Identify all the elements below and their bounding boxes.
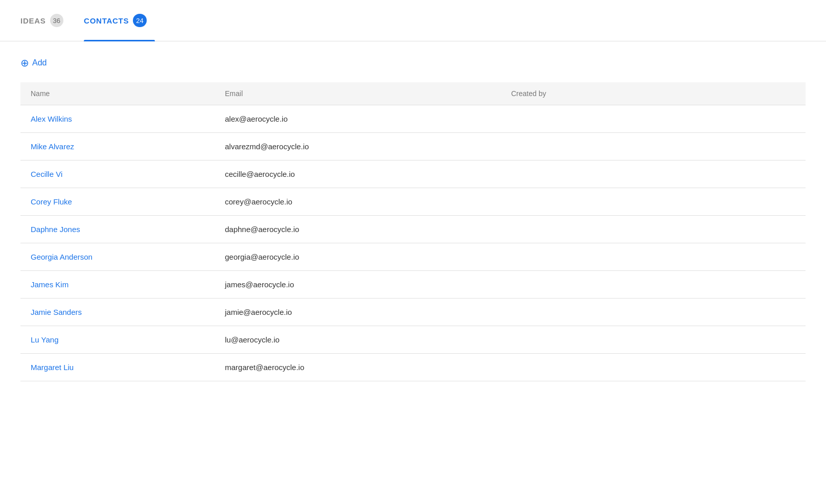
contacts-table: Name Email Created by Alex Wilkinsalex@a…	[20, 82, 806, 381]
contact-email-cell: margaret@aerocycle.io	[215, 354, 501, 381]
table-row: Lu Yanglu@aerocycle.io	[20, 326, 806, 354]
table-header-row: Name Email Created by	[20, 82, 806, 105]
contact-email-cell: corey@aerocycle.io	[215, 188, 501, 216]
table-row: Alex Wilkinsalex@aerocycle.io	[20, 105, 806, 133]
contact-name-cell[interactable]: Daphne Jones	[20, 216, 215, 243]
contact-email-cell: cecille@aerocycle.io	[215, 161, 501, 188]
tab-ideas-badge: 36	[50, 14, 63, 27]
table-row: Cecille Vicecille@aerocycle.io	[20, 161, 806, 188]
contact-created-by-cell	[501, 188, 806, 216]
contact-name-cell[interactable]: Cecille Vi	[20, 161, 215, 188]
column-header-created-by: Created by	[501, 82, 806, 105]
contact-created-by-cell	[501, 271, 806, 299]
table-row: Jamie Sandersjamie@aerocycle.io	[20, 299, 806, 326]
tab-contacts-badge: 24	[133, 14, 146, 27]
table-row: James Kimjames@aerocycle.io	[20, 271, 806, 299]
contact-name-cell[interactable]: Margaret Liu	[20, 354, 215, 381]
contact-created-by-cell	[501, 133, 806, 161]
contact-name-cell[interactable]: Mike Alvarez	[20, 133, 215, 161]
contact-name-cell[interactable]: Alex Wilkins	[20, 105, 215, 133]
contact-email-cell: alvarezmd@aerocycle.io	[215, 133, 501, 161]
contact-email-cell: lu@aerocycle.io	[215, 326, 501, 354]
contact-created-by-cell	[501, 216, 806, 243]
contact-created-by-cell	[501, 105, 806, 133]
add-button-label: Add	[32, 58, 47, 67]
contact-email-cell: georgia@aerocycle.io	[215, 243, 501, 271]
table-row: Daphne Jonesdaphne@aerocycle.io	[20, 216, 806, 243]
contact-name-cell[interactable]: James Kim	[20, 271, 215, 299]
tab-ideas-label: IDEAS	[20, 16, 46, 25]
contact-created-by-cell	[501, 326, 806, 354]
column-header-name: Name	[20, 82, 215, 105]
contact-created-by-cell	[501, 354, 806, 381]
contact-created-by-cell	[501, 161, 806, 188]
column-header-email: Email	[215, 82, 501, 105]
contact-email-cell: daphne@aerocycle.io	[215, 216, 501, 243]
tab-bar: IDEAS 36 CONTACTS 24	[0, 0, 826, 41]
tab-contacts[interactable]: CONTACTS 24	[84, 0, 155, 41]
table-row: Corey Flukecorey@aerocycle.io	[20, 188, 806, 216]
tab-ideas[interactable]: IDEAS 36	[20, 0, 72, 41]
tab-contacts-label: CONTACTS	[84, 16, 129, 25]
contact-email-cell: jamie@aerocycle.io	[215, 299, 501, 326]
table-row: Mike Alvarezalvarezmd@aerocycle.io	[20, 133, 806, 161]
contact-email-cell: james@aerocycle.io	[215, 271, 501, 299]
contact-name-cell[interactable]: Lu Yang	[20, 326, 215, 354]
add-contact-button[interactable]: ⊕ Add	[20, 58, 47, 68]
contact-name-cell[interactable]: Jamie Sanders	[20, 299, 215, 326]
contact-name-cell[interactable]: Georgia Anderson	[20, 243, 215, 271]
main-content: ⊕ Add Name Email Created by Alex Wilkins…	[0, 41, 826, 398]
contact-email-cell: alex@aerocycle.io	[215, 105, 501, 133]
table-row: Georgia Andersongeorgia@aerocycle.io	[20, 243, 806, 271]
contact-name-cell[interactable]: Corey Fluke	[20, 188, 215, 216]
table-row: Margaret Liumargaret@aerocycle.io	[20, 354, 806, 381]
contact-created-by-cell	[501, 243, 806, 271]
contact-created-by-cell	[501, 299, 806, 326]
add-icon: ⊕	[20, 58, 29, 68]
